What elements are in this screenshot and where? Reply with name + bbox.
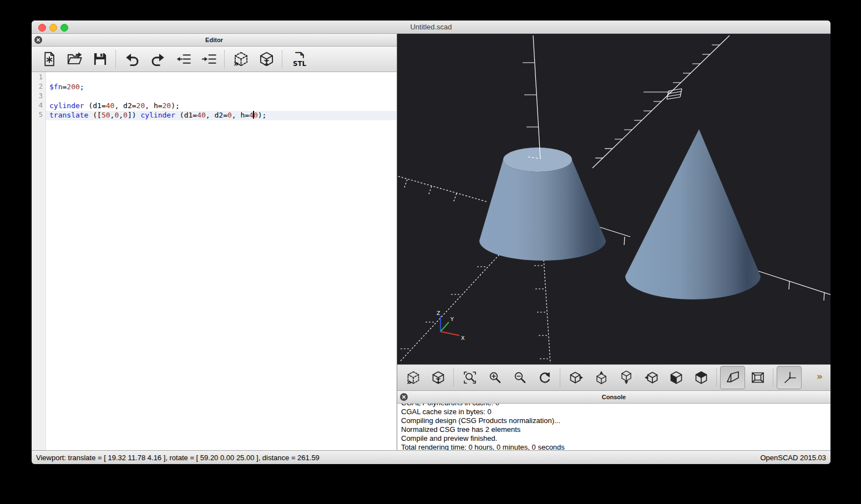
view-left-button[interactable] — [639, 366, 664, 389]
window-title: Untitled.scad — [32, 21, 830, 33]
save-button[interactable] — [87, 48, 113, 71]
3d-viewport[interactable]: Z Y X — [397, 34, 830, 364]
view-bottom-button[interactable] — [614, 366, 639, 389]
openscad-window: Untitled.scad Editor »STL 12345 $fn=200;… — [32, 21, 830, 464]
new-file-icon — [41, 51, 57, 67]
show-axes-button[interactable] — [777, 366, 802, 389]
view-top-button[interactable] — [589, 366, 614, 389]
render-icon — [259, 51, 275, 67]
render-button[interactable] — [426, 366, 450, 389]
line-number: 1 — [32, 73, 45, 83]
perspective-button[interactable] — [720, 366, 745, 389]
preview-button[interactable]: » — [228, 48, 254, 71]
console-line: Compiling design (CSG Products normaliza… — [401, 416, 830, 425]
zoom-in-icon — [488, 370, 502, 385]
view-right-icon — [569, 370, 584, 385]
view-front-button[interactable] — [664, 366, 688, 389]
toolbar-separator — [115, 50, 117, 68]
editor-panel-header[interactable]: Editor — [32, 34, 397, 47]
code-line: $fn=200; — [46, 83, 397, 92]
line-number-gutter: 12345 — [32, 72, 46, 450]
redo-icon — [150, 51, 166, 67]
preview-button[interactable]: » — [401, 366, 426, 389]
window-titlebar[interactable]: Untitled.scad — [32, 21, 830, 34]
orthographic-icon — [751, 370, 765, 385]
toolbar-separator — [224, 50, 225, 68]
undo-button[interactable] — [119, 48, 145, 71]
y-axis-label: Y — [450, 316, 454, 322]
code-line: cylinder (d1=40, d2=20, h=20); — [46, 101, 397, 111]
view-back-icon — [694, 370, 708, 385]
app-version-text: OpenSCAD 2015.03 — [760, 454, 826, 462]
viewport-status-text: Viewport: translate = [ 19.32 11.78 4.16… — [36, 454, 320, 462]
new-file-button[interactable] — [36, 48, 62, 71]
code-area: 12345 $fn=200;cylinder (d1=40, d2=20, h=… — [32, 72, 397, 450]
console-output: CGAL Polyhedrons in cache: 0CGAL cache s… — [397, 404, 830, 450]
view-front-icon — [669, 370, 683, 385]
indent-button[interactable] — [196, 48, 221, 71]
desktop: { "window": { "title": "Untitled.scad" }… — [0, 0, 861, 504]
z-axis-label: Z — [437, 310, 440, 316]
orthographic-button[interactable] — [745, 366, 770, 389]
view-right-button[interactable] — [564, 366, 589, 389]
console-line: Compile and preview finished. — [401, 434, 830, 443]
code-line: translate ([50,0,0]) cylinder (d1=40, d2… — [46, 111, 397, 120]
view-back-button[interactable] — [688, 366, 713, 389]
reset-view-icon — [538, 370, 552, 385]
frustum-top-face — [503, 147, 572, 172]
view-bottom-icon — [619, 370, 634, 385]
zoom-in-button[interactable] — [482, 366, 507, 389]
redo-button[interactable] — [145, 48, 170, 71]
editor-toolbar: »STL — [32, 47, 397, 72]
view-top-icon — [594, 370, 609, 385]
console-line: CGAL Polyhedrons in cache: 0 — [401, 404, 830, 408]
render-button[interactable] — [254, 48, 279, 71]
right-panel: Z Y X » » Console — [397, 34, 830, 450]
zoom-out-icon — [513, 370, 527, 385]
svg-text:»: » — [234, 59, 239, 67]
x-axis-label: X — [461, 335, 465, 341]
zoom-out-button[interactable] — [507, 366, 532, 389]
save-icon — [92, 51, 108, 67]
viewport-background — [397, 34, 830, 364]
editor-panel: Editor »STL 12345 $fn=200;cylinder (d1=4… — [32, 34, 397, 450]
export-stl-button[interactable]: STL — [286, 48, 311, 71]
console-line: Total rendering time: 0 hours, 0 minutes… — [401, 443, 830, 450]
toolbar-separator — [282, 50, 283, 68]
status-bar: Viewport: translate = [ 19.32 11.78 4.16… — [32, 450, 830, 464]
3d-scene: Z Y X — [397, 34, 830, 364]
preview-icon: » — [406, 370, 421, 385]
zoom-all-icon — [463, 370, 477, 385]
code-line — [46, 92, 397, 101]
toolbar-separator — [453, 369, 454, 386]
svg-text:STL: STL — [293, 60, 306, 67]
console-line: CGAL cache size in bytes: 0 — [401, 408, 830, 416]
zoom-all-button[interactable] — [457, 366, 482, 389]
toolbar-overflow-button[interactable]: » — [817, 371, 823, 384]
editor-panel-title: Editor — [32, 34, 397, 46]
toolbar-separator — [716, 369, 717, 386]
export-stl-icon: STL — [291, 51, 307, 67]
reset-view-button[interactable] — [532, 366, 557, 389]
line-number: 4 — [32, 101, 45, 111]
undo-icon — [124, 51, 140, 67]
unindent-button[interactable] — [170, 48, 196, 71]
perspective-icon — [726, 370, 740, 385]
console-panel: Console CGAL Polyhedrons in cache: 0CGAL… — [397, 391, 830, 450]
line-number: 3 — [32, 92, 45, 101]
view-left-icon — [644, 370, 659, 385]
render-icon — [431, 370, 445, 385]
code-line — [46, 73, 397, 83]
line-number: 2 — [32, 83, 45, 92]
code-editor[interactable]: $fn=200;cylinder (d1=40, d2=20, h=20);tr… — [46, 72, 397, 450]
indent-icon — [201, 51, 217, 67]
open-button[interactable] — [62, 48, 87, 71]
console-panel-header[interactable]: Console — [397, 391, 830, 404]
console-panel-title: Console — [397, 391, 830, 403]
open-icon — [67, 51, 83, 67]
viewport-toolbar: » » — [397, 364, 830, 391]
console-line: Normalized CSG tree has 2 elements — [401, 425, 830, 434]
line-number: 5 — [32, 111, 45, 120]
toolbar-separator — [560, 369, 561, 386]
preview-icon: » — [233, 51, 249, 67]
